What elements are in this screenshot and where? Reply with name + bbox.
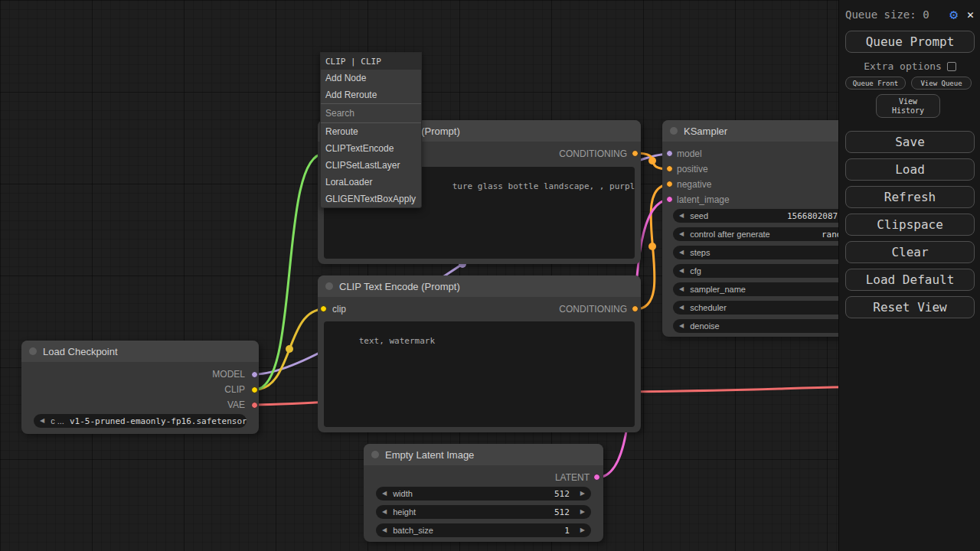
widget-label: steps	[690, 248, 710, 257]
decrement-arrow-icon[interactable]: ◀	[679, 213, 684, 219]
output-port-model[interactable]	[251, 371, 258, 378]
close-icon[interactable]: ✕	[967, 9, 974, 21]
ckpt-name-combo[interactable]: ◀ c ... v1-5-pruned-emaonly-fp16.safeten…	[34, 414, 247, 428]
widget-value: 512	[554, 489, 570, 499]
widget-label: height	[393, 507, 416, 517]
node-title: Load Checkpoint	[43, 346, 118, 357]
decrement-arrow-icon[interactable]: ◀	[679, 323, 684, 329]
node-title-bar[interactable]: Load Checkpoint	[21, 341, 259, 362]
ckpt-widget-value: v1-5-pruned-emaonly-fp16.safetensors	[70, 416, 247, 426]
clear-button[interactable]: Clear	[845, 241, 975, 263]
collapse-dot-icon[interactable]	[29, 347, 37, 355]
menu-item-add-node[interactable]: Add Node	[321, 70, 421, 86]
load-button[interactable]: Load	[845, 158, 975, 181]
node-clip-text-encode-2[interactable]: CLIP Text Encode (Prompt) clip CONDITION…	[318, 276, 641, 432]
collapse-dot-icon[interactable]	[670, 127, 678, 135]
context-menu: CLIP | CLIP Add Node Add Reroute Search …	[320, 52, 422, 208]
batch-size-widget[interactable]: ◀ batch_size 1 ▶	[376, 523, 591, 537]
output-label-clip: CLIP	[224, 384, 245, 395]
menu-item-add-reroute[interactable]: Add Reroute	[321, 86, 421, 103]
load-default-button[interactable]: Load Default	[845, 269, 975, 291]
settings-gear-icon[interactable]: ⚙	[949, 8, 958, 21]
extra-options-label: Extra options	[864, 60, 942, 72]
extra-options-checkbox[interactable]	[947, 62, 956, 71]
input-port-clip[interactable]	[320, 305, 327, 312]
context-menu-header: CLIP | CLIP	[321, 53, 421, 70]
widget-label: cfg	[690, 266, 701, 276]
queue-front-button[interactable]: Queue Front	[845, 77, 906, 90]
input-port-positive[interactable]	[666, 165, 673, 172]
input-port-latent-image[interactable]	[666, 196, 673, 203]
increment-arrow-icon[interactable]: ▶	[580, 527, 585, 533]
link-drag	[255, 154, 324, 390]
denoise-widget[interactable]: ◀ denoise	[673, 319, 866, 333]
decrement-arrow-icon[interactable]: ◀	[382, 509, 387, 515]
decrement-arrow-icon[interactable]: ◀	[679, 231, 684, 237]
widget-label: scheduler	[690, 303, 727, 312]
cfg-widget[interactable]: ◀ cfg	[673, 264, 866, 278]
node-graph-canvas[interactable]: Load Checkpoint MODEL CLIP VAE ◀ c ... v…	[0, 0, 980, 551]
output-label-latent: LATENT	[555, 472, 590, 483]
scheduler-widget[interactable]: ◀ scheduler	[673, 301, 866, 315]
decrement-arrow-icon[interactable]: ◀	[382, 527, 387, 533]
seed-widget[interactable]: ◀ seed 1566802087	[673, 209, 866, 223]
prompt-textarea[interactable]: text, watermark	[324, 321, 635, 427]
node-empty-latent-image[interactable]: Empty Latent Image LATENT ◀ width 512 ▶ …	[364, 444, 603, 542]
decrement-arrow-icon[interactable]: ◀	[679, 305, 684, 311]
width-widget[interactable]: ◀ width 512 ▶	[376, 487, 591, 500]
node-load-checkpoint[interactable]: Load Checkpoint MODEL CLIP VAE ◀ c ... v…	[21, 341, 259, 434]
view-history-label: View History	[888, 97, 928, 116]
input-port-negative[interactable]	[666, 181, 673, 187]
menu-item-loraloader[interactable]: LoraLoader	[321, 174, 421, 191]
ckpt-widget-label: c ...	[51, 416, 64, 425]
link-cond2-midpoint	[648, 243, 656, 250]
save-button[interactable]: Save	[845, 131, 975, 153]
clipspace-button[interactable]: Clipspace	[845, 214, 975, 236]
input-port-model[interactable]	[666, 150, 673, 157]
queue-size-label: Queue size: 0	[845, 8, 949, 21]
input-label-negative: negative	[677, 179, 711, 190]
decrement-arrow-icon[interactable]: ◀	[40, 418, 44, 424]
input-label-latent-image: latent_image	[677, 194, 730, 205]
input-label-clip: clip	[332, 304, 346, 315]
steps-widget[interactable]: ◀ steps	[673, 246, 866, 259]
widget-label: sampler_name	[690, 285, 746, 294]
output-port-vae[interactable]	[251, 402, 258, 409]
sampler-name-widget[interactable]: ◀ sampler_name	[673, 282, 866, 296]
node-title: CLIP Text Encode (Prompt)	[339, 281, 460, 292]
widget-value: 1566802087	[787, 211, 838, 221]
view-history-button[interactable]: View History	[876, 94, 940, 118]
collapse-dot-icon[interactable]	[325, 282, 333, 290]
input-label-positive: positive	[677, 164, 708, 174]
decrement-arrow-icon[interactable]: ◀	[382, 491, 387, 497]
node-title: KSampler	[684, 126, 727, 137]
menu-item-reroute[interactable]: Reroute	[321, 123, 421, 140]
refresh-button[interactable]: Refresh	[845, 186, 975, 208]
menu-item-clipsetlastlayer[interactable]: CLIPSetLastLayer	[321, 157, 421, 174]
increment-arrow-icon[interactable]: ▶	[580, 491, 585, 497]
menu-item-gligentextboxapply[interactable]: GLIGENTextBoxApply	[321, 191, 421, 207]
reset-view-button[interactable]: Reset View	[845, 296, 975, 318]
menu-search-input[interactable]: Search	[321, 103, 421, 123]
decrement-arrow-icon[interactable]: ◀	[679, 249, 684, 256]
node-title-bar[interactable]: CLIP Text Encode (Prompt)	[318, 276, 641, 297]
output-label-model: MODEL	[212, 369, 245, 380]
control-after-generate-widget[interactable]: ◀ control after generate randomize	[673, 227, 866, 241]
menu-item-cliptextencode[interactable]: CLIPTextEncode	[321, 140, 421, 157]
increment-arrow-icon[interactable]: ▶	[580, 509, 585, 515]
decrement-arrow-icon[interactable]: ◀	[679, 268, 684, 274]
height-widget[interactable]: ◀ height 512 ▶	[376, 505, 591, 519]
widget-value: 1	[564, 526, 570, 536]
queue-prompt-button[interactable]: Queue Prompt	[845, 31, 975, 53]
node-title: Empty Latent Image	[385, 449, 474, 461]
decrement-arrow-icon[interactable]: ◀	[679, 286, 684, 292]
output-port-latent[interactable]	[593, 474, 600, 481]
collapse-dot-icon[interactable]	[371, 451, 379, 458]
link-cond1-midpoint	[648, 157, 656, 165]
output-port-conditioning[interactable]	[632, 305, 639, 312]
output-port-clip[interactable]	[251, 386, 258, 393]
output-label-conditioning: CONDITIONING	[559, 148, 627, 159]
view-queue-button[interactable]: View Queue	[911, 77, 972, 90]
output-port-conditioning[interactable]	[632, 150, 639, 157]
node-title-bar[interactable]: Empty Latent Image	[364, 444, 603, 465]
